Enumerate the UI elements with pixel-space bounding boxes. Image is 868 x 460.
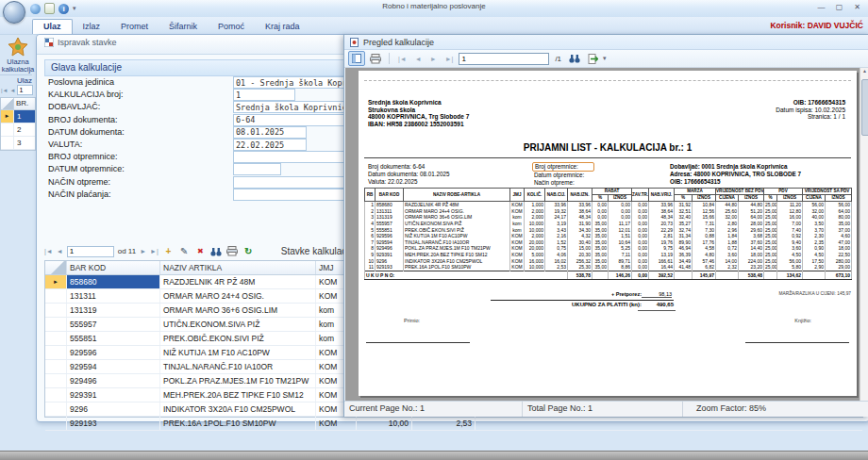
report-title: PRIJAMNI LIST - KALKULACIJA br.: 1: [359, 142, 857, 153]
globe-icon[interactable]: [30, 4, 41, 14]
close-button[interactable]: ✕: [848, 1, 866, 13]
last-item-icon[interactable]: ►|: [150, 248, 159, 255]
app-orb-button[interactable]: [3, 1, 25, 24]
grid-corner: [1, 98, 14, 109]
report-info-left: Broj dokumenta: 6-64Datum dokumenta: 08.…: [368, 163, 449, 186]
sign-right-label: Knjižio:: [794, 318, 811, 323]
field-label: DOBAVLJAČ:: [48, 102, 100, 111]
br-row[interactable]: 3: [1, 137, 35, 150]
first-record-icon[interactable]: |◄: [1, 88, 8, 93]
report-meta: OIB: 17666654315Datum ispisa: 10.02.2025…: [776, 99, 845, 121]
next-item-icon[interactable]: ►: [140, 248, 146, 255]
first-page-icon[interactable]: |◄: [395, 56, 409, 62]
field-label: BROJ otpremnice:: [48, 152, 118, 161]
item-row[interactable]: 929193PREK.16A 1POL.F10 SM10PWKOM10,002,…: [45, 417, 862, 431]
binoculars-icon[interactable]: [210, 245, 223, 257]
edit-item-icon[interactable]: ✎: [178, 245, 191, 257]
report-row: 8929496POKL.ZA PRAZ.MJES.1M F10 TM21PWKO…: [365, 245, 852, 252]
report-row: 1858680RAZDJELNIK 4R PŽ 48MKOM1,00033,96…: [365, 202, 852, 208]
scrollbar-thumb[interactable]: [861, 79, 868, 136]
preview-area: Srednja škola KoprivnicaStrukovna škola4…: [345, 68, 860, 401]
tab-šifarnik[interactable]: Šifarnik: [159, 20, 208, 34]
tab-pomoć[interactable]: Pomoć: [208, 20, 255, 34]
tab-promet[interactable]: Promet: [110, 20, 159, 34]
tab-ispravak-stavke[interactable]: Ispravak stavke: [44, 38, 117, 47]
current-user-label: Korisnik: DAVID VUJČIĆ: [770, 21, 863, 30]
status-total-pages: Total Page No.: 1: [523, 402, 683, 417]
print-report-icon[interactable]: [368, 52, 383, 65]
status-zoom-factor: Zoom Factor: 85%: [683, 402, 868, 417]
kalkulacija-list-grid: BR. ►123: [0, 97, 36, 151]
page-number-input[interactable]: [459, 53, 549, 65]
field-label: Poslovna jedinica: [48, 77, 114, 87]
report-page: Srednja škola KoprivnicaStrukovna škola4…: [359, 71, 857, 396]
form-tab-icon: [44, 38, 54, 47]
export-caret-icon[interactable]: ▾: [603, 55, 607, 62]
info-icon[interactable]: i: [58, 4, 69, 14]
refresh-icon[interactable]: ↻: [242, 245, 255, 257]
col-barkod[interactable]: BAR KOD: [67, 261, 160, 274]
sidebar-item-ulazna-kalkulacija[interactable]: Ulazna kalkulacija: [0, 58, 36, 74]
br-row[interactable]: ►1: [1, 110, 35, 123]
prev-item-icon[interactable]: ◄: [57, 248, 63, 255]
report-info-mid: Broj otpremnice:Datum otpremnice:Način o…: [534, 163, 594, 187]
pregled-kalkulacije-window: Pregled kalkulacije |◄ ◄ ► ►| /1 ▾: [343, 34, 868, 417]
toolbar-caret-icon[interactable]: ▾: [73, 5, 76, 12]
tab-izlaz[interactable]: Izlaz: [73, 20, 111, 34]
report-row: 9929391MEH.PREK.20A BEZ TIPKE F10 SM12KO…: [365, 252, 852, 258]
search-binoculars-icon[interactable]: [567, 52, 582, 65]
preview-title-bar[interactable]: Pregled kalkulacije: [344, 35, 868, 50]
next-page-icon[interactable]: ►: [427, 56, 440, 62]
export-icon[interactable]: [585, 52, 600, 65]
maximize-button[interactable]: ▢: [830, 1, 848, 13]
page-margin-guide: [364, 80, 851, 81]
minimize-button[interactable]: —: [812, 1, 830, 13]
prev-page-icon[interactable]: ◄: [412, 56, 425, 62]
item-count-label: od 11: [118, 247, 136, 255]
item-number-input[interactable]: [67, 246, 114, 257]
col-naziv[interactable]: NAZIV ARTIKLA: [160, 261, 316, 274]
field-input-7[interactable]: [233, 163, 281, 175]
taskbar[interactable]: [0, 451, 868, 460]
sign-left-label: Primio:: [404, 318, 420, 323]
prev-record-icon[interactable]: ◄: [10, 88, 16, 93]
field-input-1[interactable]: [233, 89, 295, 101]
report-row: 2131311ORMAR MARO 24+4 OSIG.KOM2,00019,3…: [365, 208, 852, 215]
report-table: RBBAR KODNAZIV ROBE-ARTIKLAJMJKOLIČ.NAB.…: [364, 188, 852, 280]
report-row: 109296INDIKATOR 3X20A F10 CM25PWOLKOM16,…: [365, 257, 852, 264]
field-input-5[interactable]: [233, 139, 307, 151]
ulazna-kalkulacija-icon[interactable]: [8, 38, 28, 58]
menu-bar: UlazIzlazPrometŠifarnikPomoćKraj rada Ko…: [0, 17, 868, 35]
report-row: 4555957UTIČN.EKONOM.SIVA PIŽkom10,0003,1…: [365, 221, 852, 227]
tab-ulaz[interactable]: Ulaz: [32, 19, 73, 34]
br-grid-header: BR.: [1, 98, 35, 110]
scroll-up-icon[interactable]: ▲: [862, 68, 867, 74]
sidebar-group-ulaz[interactable]: Ulaz: [0, 74, 32, 85]
report-totals-row: U K U P N O:538,78146,260,00392,52145,97…: [365, 271, 852, 279]
report-company: Srednja škola KoprivnicaStrukovna škola4…: [368, 99, 469, 127]
toggle-group-tree-icon[interactable]: [348, 51, 365, 66]
record-number-input[interactable]: [17, 85, 33, 95]
form-tab-label: Ispravak stavke: [58, 38, 117, 47]
page-total-label: /1: [555, 55, 561, 63]
pretporez-value: 98,13: [642, 291, 672, 298]
field-label: NAČIN otpreme:: [48, 177, 110, 187]
record-navigator-left: |◄ ◄: [1, 85, 33, 95]
first-item-icon[interactable]: |◄: [44, 248, 53, 255]
search-highlight-box: Broj otpremnice:: [532, 162, 594, 172]
print-icon[interactable]: [226, 245, 239, 257]
status-current-page: Current Page No.: 1: [344, 402, 523, 417]
last-page-icon[interactable]: ►|: [442, 56, 457, 62]
report-row: 11929193PREK.16A 1POL.F10 SM10PWKOM10,00…: [365, 264, 852, 271]
delete-item-icon[interactable]: ✖: [194, 245, 207, 257]
field-label: VALUTA:: [48, 140, 82, 149]
field-input-4[interactable]: [233, 126, 307, 139]
br-row[interactable]: 2: [1, 123, 35, 137]
document-icon[interactable]: [44, 3, 55, 14]
add-item-icon[interactable]: +: [162, 245, 175, 257]
br-column-header: BR.: [14, 98, 35, 109]
preview-vertical-scrollbar[interactable]: ▲: [860, 68, 868, 401]
preview-toolbar: |◄ ◄ ► ►| /1 ▾: [344, 50, 868, 68]
preview-status-bar: Current Page No.: 1 Total Page No.: 1 Zo…: [344, 401, 868, 417]
tab-kraj-rada[interactable]: Kraj rada: [255, 20, 310, 34]
